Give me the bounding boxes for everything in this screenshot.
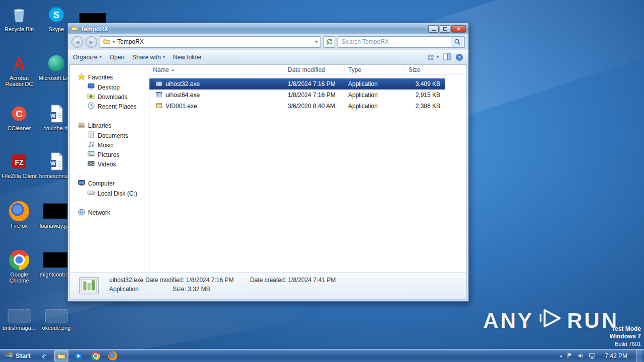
file-name: uihost32.exe xyxy=(166,80,200,87)
organize-button[interactable]: Organize▾ xyxy=(73,54,102,61)
recycle-bin-icon xyxy=(1,4,37,25)
window-titlebar[interactable]: TempoRX ✕ xyxy=(68,23,468,34)
sidebar-item-pictures[interactable]: Pictures xyxy=(70,150,149,159)
close-button[interactable]: ✕ xyxy=(451,25,466,33)
file-row-uihost32-exe[interactable]: uihost32.exe1/8/2024 7:16 PMApplication3… xyxy=(149,78,445,89)
taskbar-app-media-player-icon[interactable] xyxy=(71,350,86,361)
taskbar-app-ie-icon[interactable]: e xyxy=(37,350,51,361)
sidebar-item-documents[interactable]: Documents xyxy=(70,131,149,140)
app-exe-icon xyxy=(155,80,163,88)
desktop-icon-okcode-png[interactable]: okcode.png xyxy=(38,308,74,331)
svg-text:?: ? xyxy=(458,55,461,60)
search-placeholder: Search TempoRX xyxy=(342,38,451,45)
sidebar-group-libraries[interactable]: Libraries xyxy=(70,121,149,131)
chevron-down-icon: ▾ xyxy=(163,55,165,59)
desktop-icon-acrobat-reader-dc[interactable]: Acrobat Reader DC xyxy=(1,53,37,87)
sidebar-item-music[interactable]: Music xyxy=(70,140,149,150)
file-row-uihost64-exe[interactable]: uihost64.exe1/8/2024 7:16 PMApplication2… xyxy=(149,89,445,101)
column-header-empty xyxy=(445,65,466,74)
taskbar-app-firefox-icon[interactable] xyxy=(106,350,120,361)
sidebar-group-computer[interactable]: Computer xyxy=(70,178,149,189)
skype-icon: S xyxy=(38,4,74,25)
sidebar-item-desktop[interactable]: Desktop xyxy=(70,82,149,92)
new-folder-button[interactable]: New folder xyxy=(173,54,202,61)
taskbar-clock[interactable]: 7:42 PM xyxy=(600,352,632,359)
breadcrumb-location[interactable]: TempoRX xyxy=(117,38,144,45)
anyrun-brand-left: ANY xyxy=(483,309,534,333)
window-title: TempoRX xyxy=(80,26,108,33)
column-header-type[interactable]: Type xyxy=(345,65,405,74)
taskbar-app-chrome-icon[interactable] xyxy=(89,350,103,361)
column-header-size[interactable]: Size xyxy=(405,65,445,74)
watermark-build: Build 7601 xyxy=(609,340,641,347)
firefox-icon xyxy=(1,201,37,222)
column-header-date-modified[interactable]: Date modified xyxy=(284,65,345,74)
file-date-modified: 1/8/2024 7:16 PM xyxy=(284,80,345,87)
views-button[interactable]: ▾ xyxy=(428,54,439,61)
pictures-icon xyxy=(87,150,95,159)
taskbar: Start e ▴ 7:42 PM xyxy=(0,349,644,362)
chevron-down-icon: ▾ xyxy=(437,55,439,59)
help-icon[interactable]: ? xyxy=(455,53,463,61)
desktop: Recycle BinSSkypeAcrobat Reader DCMicros… xyxy=(0,0,644,362)
file-row-vid001-exe[interactable]: VID001.exe3/6/2020 8:40 AMApplication2,3… xyxy=(149,101,445,112)
desktop-icon-ccleaner[interactable]: CCCleaner xyxy=(1,103,37,131)
sidebar-group-network[interactable]: Network xyxy=(70,208,149,218)
sidebar-item-local-disk-c[interactable]: Local Disk (C:) xyxy=(70,189,149,198)
sidebar-item-recent-places[interactable]: Recent Places xyxy=(70,102,149,111)
back-button[interactable]: ◀ xyxy=(71,36,83,48)
desktop-icon-label: CCleaner xyxy=(1,125,37,131)
redacted-desktop-item xyxy=(79,13,106,23)
desktop-icon-label: Firefox xyxy=(1,223,37,229)
sidebar-item-videos[interactable]: Videos xyxy=(70,159,149,169)
chrome-icon xyxy=(1,249,37,270)
search-icon[interactable] xyxy=(451,37,463,47)
desktop-icon-firefox[interactable]: Firefox xyxy=(1,201,37,229)
sidebar-group-favorites[interactable]: Favorites xyxy=(70,72,149,82)
navigation-pane: FavoritesDesktopDownloadsRecent PlacesLi… xyxy=(70,65,149,272)
taskbar-app-explorer-icon[interactable] xyxy=(54,350,68,361)
svg-text:W: W xyxy=(50,160,56,166)
svg-text:C: C xyxy=(16,109,23,119)
action-center-flag-icon[interactable] xyxy=(567,352,573,359)
column-header-name[interactable]: Name▲ xyxy=(149,65,284,74)
share-with-button[interactable]: Share with▾ xyxy=(132,54,165,61)
desktop-icon-google-chrome[interactable]: Google Chrome xyxy=(1,249,37,284)
address-dropdown-icon[interactable]: ▾ xyxy=(315,40,317,44)
anyrun-watermark: ANY RUN xyxy=(483,307,619,335)
show-desktop-button[interactable] xyxy=(636,349,642,362)
desktop-icon-recycle-bin[interactable]: Recycle Bin xyxy=(1,4,37,32)
details-date-created: Date created: 1/8/2024 7:41 PM xyxy=(250,277,336,284)
desktop-icon-britishmaga[interactable]: britishmaga... xyxy=(1,308,37,331)
file-type: Application xyxy=(345,103,405,110)
sidebar-item-downloads[interactable]: Downloads xyxy=(70,92,149,102)
window-folder-icon xyxy=(71,25,78,34)
file-type: Application xyxy=(345,80,405,87)
breadcrumb-folder-icon xyxy=(103,38,110,46)
file-size: 3,409 KB xyxy=(405,80,445,87)
file-size: 2,915 KB xyxy=(405,92,445,99)
libraries-icon xyxy=(77,121,86,131)
minimize-button[interactable] xyxy=(428,25,439,33)
search-input[interactable]: Search TempoRX xyxy=(338,36,465,48)
desktop-icon-label: okcode.png xyxy=(38,325,74,331)
system-tray: ▴ 7:42 PM xyxy=(560,349,644,362)
start-button[interactable]: Start xyxy=(0,349,35,362)
desktop-icon-label: britishmaga... xyxy=(1,325,37,331)
refresh-button[interactable] xyxy=(324,36,335,48)
details-size: Size: 3.32 MB xyxy=(173,286,210,293)
breadcrumb[interactable]: ▾ TempoRX ▾ xyxy=(100,36,321,48)
file-date-modified: 1/8/2024 7:16 PM xyxy=(284,92,345,99)
hidden-icons-chevron-icon[interactable]: ▴ xyxy=(560,353,562,358)
volume-icon[interactable] xyxy=(578,352,584,359)
forward-button[interactable]: ▶ xyxy=(86,36,97,48)
desktop-icon-filezilla-client[interactable]: FZFileZilla Client xyxy=(1,151,37,179)
network-icon[interactable] xyxy=(589,352,596,359)
open-button[interactable]: Open xyxy=(110,54,124,61)
desktop-icon-label: Acrobat Reader DC xyxy=(1,75,37,87)
app-exe-icon xyxy=(155,91,163,100)
maximize-button[interactable] xyxy=(440,25,450,33)
chevron-down-icon[interactable]: ▾ xyxy=(113,40,115,44)
preview-pane-button[interactable] xyxy=(443,53,451,61)
anyrun-play-icon xyxy=(539,307,562,335)
